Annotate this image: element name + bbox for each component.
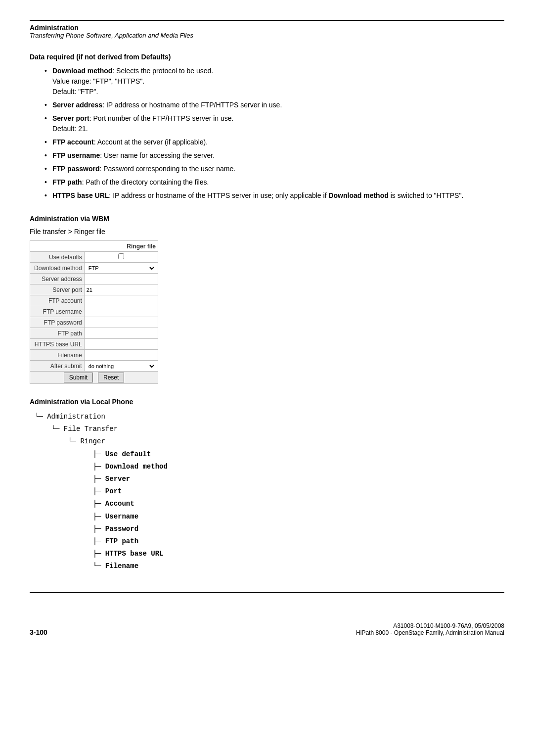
list-item: Server address: IP address or hostname o… (44, 100, 504, 110)
header-title: Administration (30, 24, 504, 32)
row-value-ftp-account[interactable] (84, 295, 158, 306)
footer-manual-title: HiPath 8000 - OpenStage Family, Administ… (356, 629, 504, 636)
term-download-method-ref: Download method (328, 191, 388, 199)
table-row-ftp-path: FTP path (30, 328, 158, 339)
table-row-ftp-password: FTP password (30, 317, 158, 328)
table-row-download-method: Download method FTP HTTPS (30, 263, 158, 274)
table-row-use-defaults: Use defaults (30, 252, 158, 263)
button-cell: Submit Reset (30, 372, 158, 384)
section3-heading: Administration via Local Phone (30, 398, 504, 406)
list-item: FTP password: Password corresponding to … (44, 164, 504, 174)
list-item: FTP username: User name for accessing th… (44, 150, 504, 161)
tree-item-use-default: ├─ Use default (35, 448, 504, 461)
tree-item-port: ├─ Port (35, 485, 504, 498)
submit-button[interactable]: Submit (64, 373, 93, 382)
ftp-username-input[interactable] (87, 309, 156, 315)
tree-item-https-base-url: ├─ HTTPS base URL (35, 548, 504, 560)
after-submit-select[interactable]: do nothing restart reload (87, 363, 156, 370)
table-row-ftp-username: FTP username (30, 306, 158, 317)
term-ftp-account: FTP account (52, 138, 94, 146)
wbm-table: Ringer file Use defaults Download method… (30, 240, 158, 384)
section1-heading: Data required (if not derived from Defau… (30, 53, 504, 61)
ftp-path-input[interactable] (87, 331, 156, 336)
tree-item-account: ├─ Account (35, 498, 504, 510)
tree-item-server: ├─ Server (35, 473, 504, 485)
download-method-select[interactable]: FTP HTTPS (87, 265, 156, 272)
section-local-phone: Administration via Local Phone └─ Admini… (30, 398, 504, 572)
table-row-after-submit: After submit do nothing restart reload (30, 361, 158, 372)
https-base-url-input[interactable] (87, 341, 156, 347)
ftp-account-input[interactable] (87, 298, 156, 304)
filename-input[interactable] (87, 352, 156, 358)
ftp-password-input[interactable] (87, 320, 156, 326)
table-row-server-port: Server port (30, 284, 158, 295)
row-label-download-method: Download method (30, 263, 85, 274)
row-label-filename: Filename (30, 350, 85, 361)
list-item: FTP account: Account at the server (if a… (44, 137, 504, 147)
phone-tree: └─ Administration └─ File Transfer └─ Ri… (35, 411, 504, 572)
row-value-server-address[interactable] (84, 274, 158, 284)
row-label-server-address: Server address (30, 274, 85, 284)
tree-item-username: ├─ Username (35, 511, 504, 523)
section2-heading: Administration via WBM (30, 215, 504, 223)
row-label-ftp-username: FTP username (30, 306, 85, 317)
row-value-server-port[interactable] (84, 284, 158, 295)
table-row-https-base-url: HTTPS base URL (30, 339, 158, 350)
server-address-input[interactable] (87, 276, 156, 282)
table-row-server-address: Server address (30, 274, 158, 284)
bullet-list: Download method: Selects the protocol to… (44, 66, 504, 201)
row-label-use-defaults: Use defaults (30, 252, 85, 263)
table-row-ftp-account: FTP account (30, 295, 158, 306)
term-ftp-path: FTP path (52, 178, 82, 186)
term-ftp-password: FTP password (52, 165, 99, 173)
term-ftp-username: FTP username (52, 151, 100, 159)
list-item: Server port: Port number of the FTP/HTTP… (44, 113, 504, 134)
row-value-https-base-url[interactable] (84, 339, 158, 350)
table-row-buttons: Submit Reset (30, 372, 158, 384)
term-download-method: Download method (52, 67, 112, 75)
page-number: 3-100 (30, 628, 47, 636)
term-server-address: Server address (52, 101, 102, 109)
tree-item-ringer: └─ Ringer (35, 435, 504, 448)
header-section: Administration Transferring Phone Softwa… (30, 20, 504, 39)
section-wbm: Administration via WBM File transfer > R… (30, 215, 504, 384)
header-subtitle: Transferring Phone Software, Application… (30, 32, 504, 39)
row-value-ftp-username[interactable] (84, 306, 158, 317)
list-item: HTTPS base URL: IP address or hostname o… (44, 190, 504, 201)
breadcrumb: File transfer > Ringer file (30, 228, 504, 236)
footer-doc-id: A31003-O1010-M100-9-76A9, 05/05/2008 (356, 622, 504, 629)
use-defaults-checkbox[interactable] (118, 253, 124, 259)
row-value-download-method[interactable]: FTP HTTPS (84, 263, 158, 274)
row-value-ftp-password[interactable] (84, 317, 158, 328)
row-label-ftp-account: FTP account (30, 295, 85, 306)
row-label-https-base-url: HTTPS base URL (30, 339, 85, 350)
tree-item-filename: └─ Filename (35, 560, 504, 572)
row-label-server-port: Server port (30, 284, 85, 295)
tree-item-password: ├─ Password (35, 523, 504, 535)
term-https-base-url: HTTPS base URL (52, 191, 109, 199)
section-data-required: Data required (if not derived from Defau… (30, 53, 504, 201)
row-value-use-defaults[interactable] (84, 252, 158, 263)
row-label-after-submit: After submit (30, 361, 85, 372)
tree-item-file-transfer: └─ File Transfer (35, 423, 504, 435)
tree-item-administration: └─ Administration (35, 411, 504, 423)
tree-item-download-method: ├─ Download method (35, 461, 504, 473)
server-port-input[interactable] (87, 287, 156, 293)
footer-right: A31003-O1010-M100-9-76A9, 05/05/2008 HiP… (356, 622, 504, 636)
row-value-filename[interactable] (84, 350, 158, 361)
row-label-ftp-path: FTP path (30, 328, 85, 339)
tree-item-ftp-path: ├─ FTP path (35, 535, 504, 548)
list-item: Download method: Selects the protocol to… (44, 66, 504, 97)
row-value-ftp-path[interactable] (84, 328, 158, 339)
table-row-filename: Filename (30, 350, 158, 361)
row-label-ftp-password: FTP password (30, 317, 85, 328)
row-value-after-submit[interactable]: do nothing restart reload (84, 361, 158, 372)
reset-button[interactable]: Reset (98, 373, 124, 382)
term-server-port: Server port (52, 114, 89, 122)
page-footer: 3-100 A31003-O1010-M100-9-76A9, 05/05/20… (30, 622, 504, 636)
list-item: FTP path: Path of the directory containi… (44, 177, 504, 188)
table-header: Ringer file (30, 241, 158, 252)
